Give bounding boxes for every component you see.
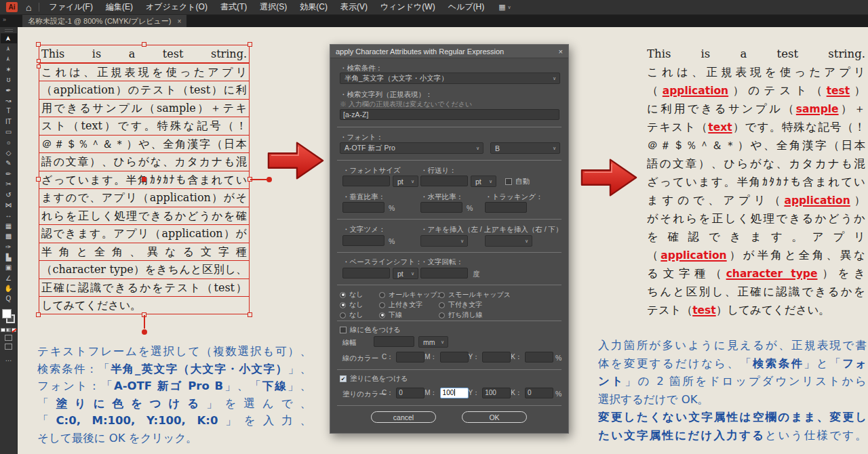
direct-selection-tool[interactable]: ➢ [1,43,17,54]
radio-下付き文字[interactable]: 下付き文字 [439,300,482,310]
reflect-tool[interactable]: ⋈ [1,200,17,210]
workspace-switcher[interactable]: ▦ ∨ [498,3,511,12]
pen-tool[interactable]: ✒ [1,85,17,96]
leading-unit-select[interactable]: pt ∨ [471,176,496,187]
font-style-select[interactable]: B ∨ [490,142,560,154]
magic-wand-tool[interactable]: ✶ [1,64,17,75]
text-in-port[interactable] [37,59,41,63]
vertical-scale-input[interactable] [342,202,384,213]
dialog-title-bar[interactable]: apply Character Attributes with Regular … [330,45,568,58]
eyedropper-tool[interactable]: ✑ [1,242,17,252]
width-tool[interactable]: ↔ [1,211,17,221]
color-mode-icon[interactable] [1,328,5,332]
selected-text-frame[interactable]: This is a test string.これは、正規表現を使ったアプリ（ap… [39,45,250,314]
font-size-input[interactable] [342,176,390,186]
frame-handle-top-left[interactable] [36,42,41,47]
search-condition-select[interactable]: 半角_英文字（大文字・小文字） ∨ [340,73,560,84]
frame-handle-bottom-right[interactable] [248,312,252,317]
ellipse-tool[interactable]: ○ [1,138,17,148]
touch-type-tool[interactable]: IT [1,117,17,127]
radio-打ち消し線[interactable]: 打ち消し線 [439,310,482,320]
radio-なし[interactable]: なし [340,300,363,310]
channel-input[interactable]: 100 [440,388,469,398]
font-family-select[interactable]: A-OTF 新ゴ Pro ∨ [340,142,484,154]
scissors-tool[interactable]: ✂ [1,179,17,189]
ok-button[interactable]: OK [462,411,527,423]
hand-tool[interactable]: ✋ [1,283,17,293]
rotate-tool[interactable]: ↺ [1,190,17,200]
dialog-close-icon[interactable]: × [559,47,563,56]
selection-tool[interactable]: ➤ [1,33,17,43]
radio-なし[interactable]: なし [340,310,363,320]
fill-stroke-swatches[interactable] [1,308,17,326]
menu-item-edit[interactable]: 編集(E) [106,1,133,13]
stroke-width-unit-select[interactable]: mm ∨ [418,336,448,348]
horizontal-scale-input[interactable] [420,202,462,213]
baseline-unit-select[interactable]: pt ∨ [393,268,418,279]
stroke-color-checkbox[interactable]: 線に色をつける [340,325,401,335]
leading-input[interactable] [420,176,468,186]
graph-tool[interactable]: ▙ [1,252,17,262]
tab-close-icon[interactable]: × [177,18,181,25]
auto-leading-checkbox[interactable]: 自動 [505,177,530,186]
channel-input[interactable] [482,352,511,363]
radio-上付き文字[interactable]: 上付き文字 [379,300,422,310]
radio-なし[interactable]: なし [340,290,363,300]
regex-input[interactable]: [a-zA-Z] [340,109,559,120]
menu-item-view[interactable]: 表示(V) [340,1,368,13]
rotation-input[interactable] [420,268,468,278]
stroke-width-input[interactable] [374,336,414,347]
menu-item-select[interactable]: 選択(S) [260,1,287,13]
artboard-tool[interactable]: ▣ [1,263,17,273]
illustrator-logo-icon[interactable]: Ai [6,2,18,12]
menu-item-effect[interactable]: 効果(C) [300,1,328,13]
menu-item-window[interactable]: ウィンドウ(W) [380,1,435,13]
aki-left-select[interactable]: ∨ [420,235,468,247]
font-size-unit-select[interactable]: pt ∨ [393,176,418,187]
frame-handle-bottom-left[interactable] [36,312,41,317]
radio-下線[interactable]: 下線 [379,310,402,320]
channel-input[interactable]: 0 [396,388,425,398]
aki-right-select[interactable]: ∨ [485,235,532,247]
screen-mode-icon[interactable] [5,344,12,350]
document-tab[interactable]: 名称未設定-1 @ 800% (CMYK/プレビュー) × [22,15,186,27]
fill-swatch[interactable] [2,309,12,318]
group-selection-tool[interactable]: ➣ [1,54,17,64]
frame-handle-top-center[interactable] [142,42,146,47]
collapse-panel-icon[interactable]: » [3,16,6,23]
menu-item-file[interactable]: ファイル(F) [49,1,92,13]
artboard-canvas[interactable]: This is a test string.これは、正規表現を使ったアプリ（ap… [18,27,868,454]
radio-オールキャップス[interactable]: オールキャップス [379,290,444,300]
baseline-shift-input[interactable] [342,268,390,278]
text-out-port[interactable] [37,64,41,68]
home-icon[interactable]: ⌂ [26,3,31,12]
toolbar-grip[interactable] [5,29,13,32]
radio-スモールキャップス[interactable]: スモールキャップス [439,290,511,300]
menu-item-help[interactable]: ヘルプ(H) [448,1,485,13]
tsume-input[interactable] [342,235,384,246]
lasso-tool[interactable]: ʊ [1,75,17,85]
polygon-tool[interactable]: ◇ [1,148,17,158]
channel-input[interactable] [396,352,425,363]
rectangle-tool[interactable]: ▭ [1,127,17,138]
fill-color-checkbox[interactable]: ✔ 塗りに色をつける [340,374,408,384]
none-mode-icon[interactable] [12,328,16,332]
zoom-tool[interactable]: Q [1,294,17,304]
gradient-mode-icon[interactable] [6,328,11,332]
menu-item-object[interactable]: オブジェクト(O) [146,1,208,13]
slice-tool[interactable]: ∠ [1,273,17,283]
edit-toolbar-icon[interactable]: … [5,355,12,363]
frame-handle-top-right[interactable] [248,42,252,47]
frame-handle-mid-left[interactable] [36,177,41,182]
menu-item-type[interactable]: 書式(T) [220,1,247,13]
type-tool[interactable]: T [1,106,17,117]
cancel-button[interactable]: cancel [371,411,436,423]
draw-mode-icon[interactable] [5,335,12,341]
free-transform-tool[interactable]: ▦ [1,221,17,231]
channel-input[interactable] [440,352,469,363]
shape-builder-tool[interactable]: ▩ [1,231,17,241]
channel-input[interactable]: 0 [525,388,553,398]
pencil-tool[interactable]: ✏ [1,169,17,179]
channel-input[interactable]: 100 [482,388,511,398]
tracking-input[interactable] [485,202,527,213]
